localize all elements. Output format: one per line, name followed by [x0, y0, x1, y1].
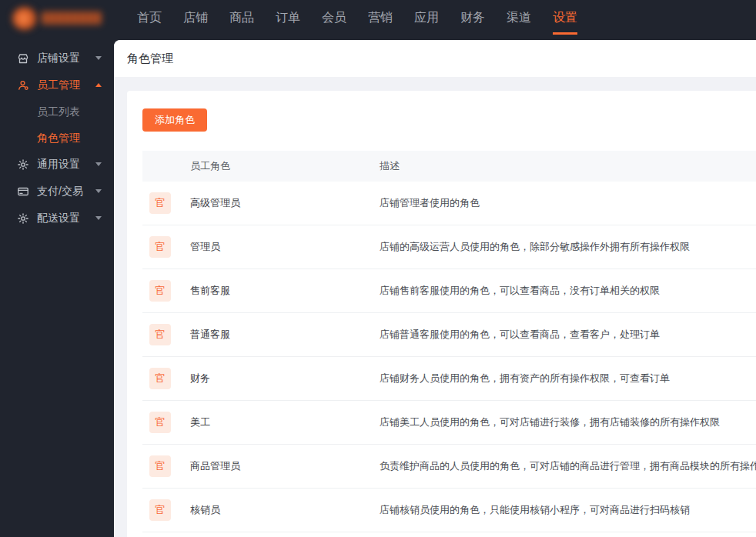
page-title: 角色管理 — [114, 40, 756, 77]
official-role-badge: 官 — [149, 280, 171, 302]
table-row[interactable]: 官核销员店铺核销员使用的角色，只能使用核销小程序，可对商品进行扫码核销 — [142, 489, 756, 532]
table-header-desc: 描述 — [380, 159, 756, 173]
role-name: 财务 — [190, 372, 380, 385]
badge-cell: 官 — [142, 368, 190, 389]
nav-item-6[interactable]: 营销 — [368, 0, 393, 37]
sidebar-item-4[interactable]: 支付/交易 — [0, 178, 114, 205]
nav-item-3[interactable]: 商品 — [229, 0, 254, 37]
shop-icon — [17, 52, 29, 65]
app-logo[interactable] — [0, 0, 114, 37]
role-name: 美工 — [190, 415, 380, 429]
sidebar-item-label: 员工管理 — [37, 78, 95, 92]
roles-card: 添加角色 员工角色 描述 官高级管理员店铺管理者使用的角色官管理员店铺的高级运营… — [127, 91, 756, 537]
table-row[interactable]: 官财务店铺财务人员使用的角色，拥有资产的所有操作权限，可查看订单 — [142, 357, 756, 401]
role-name: 商品管理员 — [190, 459, 380, 473]
nav-item-9[interactable]: 渠道 — [507, 0, 531, 37]
role-description: 店铺核销员使用的角色，只能使用核销小程序，可对商品进行扫码核销 — [380, 503, 756, 517]
top-nav: 首页店铺商品订单会员营销应用财务渠道设置 — [137, 0, 577, 37]
logo-text — [42, 12, 102, 25]
nav-item-4[interactable]: 订单 — [276, 0, 300, 37]
role-name: 管理员 — [190, 240, 380, 254]
sidebar-item-3[interactable]: 通用设置 — [0, 151, 114, 178]
nav-item-8[interactable]: 财务 — [460, 0, 485, 37]
role-description: 店铺财务人员使用的角色，拥有资产的所有操作权限，可查看订单 — [380, 372, 756, 385]
sidebar-item-5[interactable]: 配送设置 — [0, 205, 114, 232]
sidebar-subitem-2-2[interactable]: 角色管理 — [0, 125, 114, 151]
role-description: 店铺的高级运营人员使用的角色，除部分敏感操作外拥有所有操作权限 — [380, 240, 756, 254]
nav-item-10[interactable]: 设置 — [553, 0, 577, 37]
role-description: 店铺美工人员使用的角色，可对店铺进行装修，拥有店铺装修的所有操作权限 — [380, 415, 756, 429]
table-row[interactable]: 官售前客服店铺售前客服使用的角色，可以查看商品，没有订单相关的权限 — [142, 269, 756, 313]
sidebar-subitem-2-1[interactable]: 员工列表 — [0, 98, 114, 125]
sidebar-item-label: 通用设置 — [37, 158, 95, 172]
sidebar-item-2[interactable]: 员工管理 — [0, 72, 114, 98]
role-description: 负责维护商品的人员使用的角色，可对店铺的商品进行管理，拥有商品模块的所有操作权限 — [380, 459, 756, 473]
top-bar: 首页店铺商品订单会员营销应用财务渠道设置 — [0, 0, 756, 37]
table-row[interactable]: 官管理员店铺的高级运营人员使用的角色，除部分敏感操作外拥有所有操作权限 — [142, 225, 756, 269]
nav-item-5[interactable]: 会员 — [322, 0, 346, 37]
logo-icon — [12, 7, 37, 30]
table-row[interactable]: 官美工店铺美工人员使用的角色，可对店铺进行装修，拥有店铺装修的所有操作权限 — [142, 401, 756, 445]
sidebar-item-label: 支付/交易 — [37, 185, 95, 198]
roles-table: 员工角色 描述 官高级管理员店铺管理者使用的角色官管理员店铺的高级运营人员使用的… — [127, 151, 756, 532]
badge-cell: 官 — [142, 280, 190, 302]
sidebar-item-label: 配送设置 — [37, 212, 95, 225]
chevron-down-icon — [95, 56, 102, 60]
role-description: 店铺售前客服使用的角色，可以查看商品，没有订单相关的权限 — [380, 284, 756, 298]
badge-cell: 官 — [142, 192, 190, 214]
table-body: 官高级管理员店铺管理者使用的角色官管理员店铺的高级运营人员使用的角色，除部分敏感… — [127, 182, 756, 532]
users-icon — [17, 79, 29, 92]
gear-icon — [17, 158, 29, 171]
badge-cell: 官 — [142, 412, 190, 433]
badge-cell: 官 — [142, 455, 190, 477]
chevron-down-icon — [95, 189, 102, 193]
official-role-badge: 官 — [149, 324, 171, 345]
table-row[interactable]: 官商品管理员负责维护商品的人员使用的角色，可对店铺的商品进行管理，拥有商品模块的… — [142, 445, 756, 489]
official-role-badge: 官 — [149, 236, 171, 258]
add-role-button[interactable]: 添加角色 — [142, 108, 207, 132]
content-inner: 角色管理 添加角色 员工角色 描述 官高级管理员店铺管理者使用的角色官管理员店铺… — [114, 40, 756, 537]
nav-item-2[interactable]: 店铺 — [183, 0, 208, 37]
role-description: 店铺管理者使用的角色 — [380, 196, 756, 210]
nav-item-7[interactable]: 应用 — [414, 0, 439, 37]
role-name: 售前客服 — [190, 284, 380, 298]
role-name: 核销员 — [190, 503, 380, 517]
official-role-badge: 官 — [149, 455, 171, 477]
table-row[interactable]: 官高级管理员店铺管理者使用的角色 — [142, 182, 756, 225]
chevron-down-icon — [95, 216, 102, 220]
chevron-down-icon — [95, 162, 102, 166]
main-content: 角色管理 添加角色 员工角色 描述 官高级管理员店铺管理者使用的角色官管理员店铺… — [114, 37, 756, 537]
table-row[interactable]: 官普通客服店铺普通客服使用的角色，可以查看商品，查看客户，处理订单 — [142, 313, 756, 357]
role-name: 普通客服 — [190, 328, 380, 342]
sidebar-menu: 店铺设置员工管理员工列表角色管理通用设置支付/交易配送设置 — [0, 45, 114, 232]
official-role-badge: 官 — [149, 192, 171, 214]
sidebar-item-label: 店铺设置 — [37, 52, 95, 65]
badge-cell: 官 — [142, 236, 190, 258]
badge-cell: 官 — [142, 499, 190, 521]
sidebar-item-1[interactable]: 店铺设置 — [0, 45, 114, 72]
official-role-badge: 官 — [149, 368, 171, 389]
badge-cell: 官 — [142, 324, 190, 345]
role-name: 高级管理员 — [190, 196, 380, 210]
table-header-role: 员工角色 — [190, 159, 380, 173]
official-role-badge: 官 — [149, 412, 171, 433]
chevron-up-icon — [95, 83, 102, 87]
card-icon — [17, 185, 29, 198]
nav-item-1[interactable]: 首页 — [137, 0, 162, 37]
table-header: 员工角色 描述 — [142, 151, 756, 182]
sidebar: 店铺设置员工管理员工列表角色管理通用设置支付/交易配送设置 — [0, 37, 114, 537]
official-role-badge: 官 — [149, 499, 171, 521]
gear-icon — [17, 212, 29, 225]
role-description: 店铺普通客服使用的角色，可以查看商品，查看客户，处理订单 — [380, 328, 756, 342]
